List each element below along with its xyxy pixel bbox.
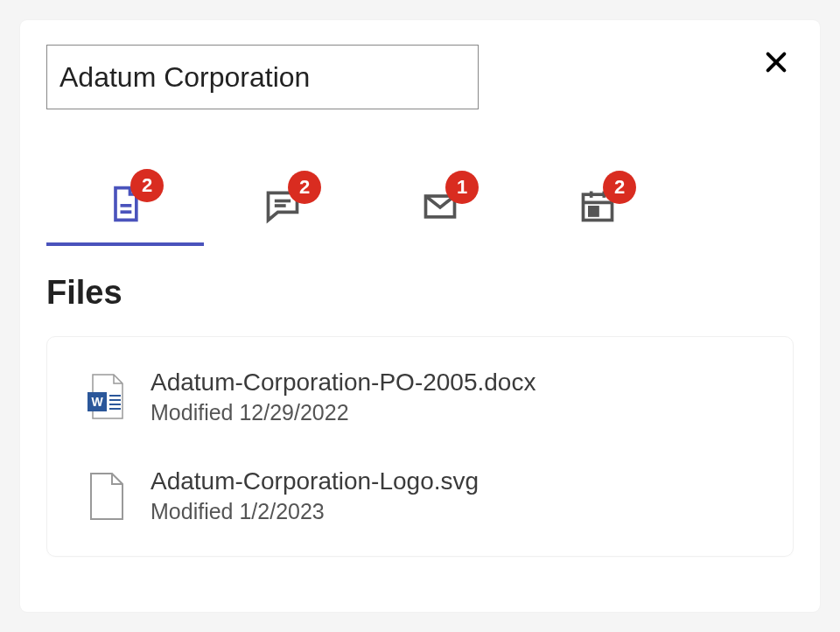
tab-files-badge: 2 bbox=[130, 169, 164, 202]
tab-chat-badge: 2 bbox=[288, 171, 321, 204]
close-icon bbox=[762, 48, 790, 76]
file-row[interactable]: W Adatum-Corporation-PO-2005.docx Modifi… bbox=[47, 348, 793, 446]
svg-rect-11 bbox=[590, 207, 598, 215]
search-input[interactable] bbox=[46, 45, 479, 109]
file-row[interactable]: Adatum-Corporation-Logo.svg Modified 1/2… bbox=[47, 446, 793, 545]
search-panel: 2 2 1 bbox=[20, 20, 820, 612]
tab-chat[interactable]: 2 bbox=[204, 165, 361, 246]
section-title: Files bbox=[46, 274, 794, 312]
word-file-icon: W bbox=[86, 373, 126, 422]
tab-calendar[interactable]: 2 bbox=[519, 165, 676, 246]
close-button[interactable] bbox=[759, 45, 794, 80]
file-modified: Modified 1/2/2023 bbox=[150, 499, 479, 524]
generic-file-icon bbox=[86, 472, 126, 521]
tab-files[interactable]: 2 bbox=[46, 165, 204, 246]
tab-calendar-badge: 2 bbox=[603, 171, 636, 204]
file-modified: Modified 12/29/2022 bbox=[150, 400, 536, 425]
result-tabs: 2 2 1 bbox=[46, 165, 794, 246]
tab-mail[interactable]: 1 bbox=[361, 165, 519, 246]
file-name: Adatum-Corporation-Logo.svg bbox=[150, 467, 479, 495]
svg-text:W: W bbox=[91, 395, 103, 409]
tab-mail-badge: 1 bbox=[445, 171, 479, 204]
file-name: Adatum-Corporation-PO-2005.docx bbox=[150, 369, 536, 397]
results-card: W Adatum-Corporation-PO-2005.docx Modifi… bbox=[46, 336, 794, 557]
